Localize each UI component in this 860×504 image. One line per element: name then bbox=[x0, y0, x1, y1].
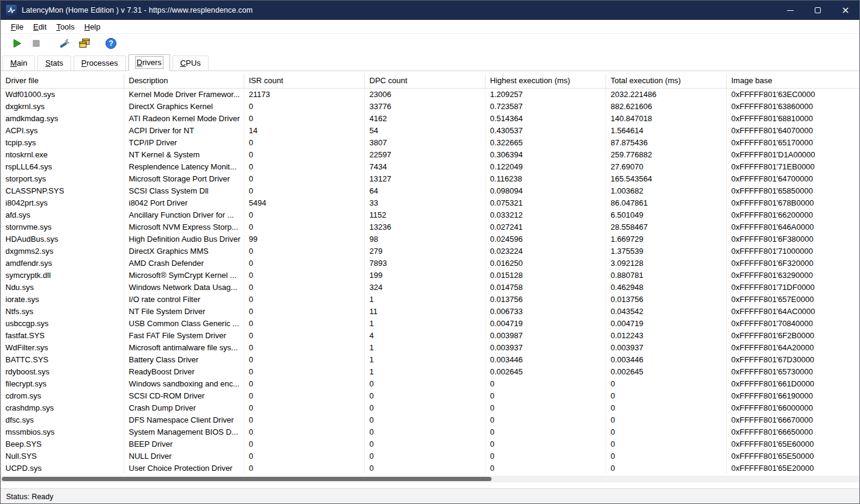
cell: 0 bbox=[364, 377, 485, 389]
cell: AMD Crash Defender bbox=[124, 257, 244, 269]
table-row[interactable]: ntoskrnl.exeNT Kernel & System0225970.30… bbox=[1, 148, 859, 160]
table-row[interactable]: mssmbios.sysSystem Management BIOS D...0… bbox=[1, 426, 859, 438]
cell: 0xFFFFF801'66190000 bbox=[726, 389, 859, 402]
windows-button[interactable] bbox=[75, 36, 93, 52]
table-row[interactable]: afd.sysAncillary Function Driver for ...… bbox=[1, 209, 859, 221]
column-header-dpc-count[interactable]: DPC count bbox=[364, 74, 485, 88]
menu-help[interactable]: Help bbox=[80, 21, 106, 33]
cell: 0.006733 bbox=[485, 305, 605, 317]
cell: 0 bbox=[605, 377, 726, 389]
table-row[interactable]: HDAudBus.sysHigh Definition Audio Bus Dr… bbox=[1, 233, 859, 245]
table-row[interactable]: Wdf01000.sysKernel Mode Driver Framewor.… bbox=[1, 88, 859, 100]
cell: 0 bbox=[244, 293, 364, 305]
tools-options-button[interactable] bbox=[56, 36, 74, 52]
horizontal-scrollbar[interactable] bbox=[1, 476, 859, 482]
table-row[interactable]: storport.sysMicrosoft Storage Port Drive… bbox=[1, 172, 859, 184]
cell: dxgmms2.sys bbox=[1, 245, 124, 257]
cell: High Definition Audio Bus Driver bbox=[124, 233, 244, 245]
table-row[interactable]: symcryptk.dllMicrosoft® SymCrypt Kernel … bbox=[1, 269, 859, 281]
column-header-highest-execution[interactable]: Highest execution (ms) bbox=[485, 74, 605, 88]
cell: 0xFFFFF801'66000000 bbox=[726, 402, 859, 414]
maximize-button[interactable] bbox=[804, 1, 832, 20]
table-row[interactable]: filecrypt.sysWindows sandboxing and enc.… bbox=[1, 377, 859, 389]
start-monitor-button[interactable] bbox=[8, 36, 26, 52]
cell: Null.SYS bbox=[1, 450, 124, 462]
table-row[interactable]: dfsc.sysDFS Namespace Client Driver00000… bbox=[1, 414, 859, 426]
tab-main[interactable]: Main bbox=[2, 55, 35, 71]
table-row[interactable]: usbccgp.sysUSB Common Class Generic ...0… bbox=[1, 317, 859, 329]
table-row[interactable]: dxgmms2.sysDirectX Graphics MMS02790.023… bbox=[1, 245, 859, 257]
table-row[interactable]: BATTC.SYSBattery Class Driver010.0034460… bbox=[1, 353, 859, 365]
help-button[interactable]: ? bbox=[102, 36, 120, 52]
table-row[interactable]: UCPD.sysUser Choice Protection Driver000… bbox=[1, 462, 859, 474]
table-row[interactable]: WdFilter.sysMicrosoft antimalware file s… bbox=[1, 341, 859, 353]
table-row[interactable]: fastfat.SYSFast FAT File System Driver04… bbox=[1, 329, 859, 341]
menu-tools[interactable]: Tools bbox=[51, 21, 79, 33]
close-button[interactable]: × bbox=[832, 1, 859, 20]
cell: DirectX Graphics MMS bbox=[124, 245, 244, 257]
cell: 0xFFFFF801'65E20000 bbox=[726, 462, 859, 474]
window-controls: × bbox=[776, 1, 859, 20]
menu-file[interactable]: File bbox=[6, 21, 28, 33]
table-row[interactable]: Null.SYSNULL Driver00000xFFFFF801'65E500… bbox=[1, 450, 859, 462]
table-row[interactable]: i8042prt.sysi8042 Port Driver5494330.075… bbox=[1, 197, 859, 209]
cell: 2032.221486 bbox=[605, 88, 726, 100]
cell: DFS Namespace Client Driver bbox=[124, 414, 244, 426]
cell: 64 bbox=[364, 184, 485, 197]
table-row[interactable]: crashdmp.sysCrash Dump Driver00000xFFFFF… bbox=[1, 402, 859, 414]
tab-cpus[interactable]: CPUs bbox=[172, 55, 209, 71]
column-header-description[interactable]: Description bbox=[124, 74, 244, 88]
cell: Ndu.sys bbox=[1, 281, 124, 293]
table-row[interactable]: amdkmdag.sysATI Radeon Kernel Mode Drive… bbox=[1, 112, 859, 124]
tab-stats[interactable]: Stats bbox=[37, 55, 71, 71]
bottom-filler bbox=[1, 482, 859, 488]
cell: 0 bbox=[364, 450, 485, 462]
column-header-isr-count[interactable]: ISR count bbox=[244, 74, 364, 88]
cell: Fast FAT File System Driver bbox=[124, 329, 244, 341]
menu-edit[interactable]: Edit bbox=[28, 21, 51, 33]
table-row[interactable]: amdfendr.sysAMD Crash Defender078930.016… bbox=[1, 257, 859, 269]
cell: 0.003987 bbox=[485, 329, 605, 341]
cell: 0 bbox=[244, 172, 364, 184]
stop-monitor-button[interactable] bbox=[27, 36, 45, 52]
table-row[interactable]: rdyboost.sysReadyBoost Driver010.0026450… bbox=[1, 365, 859, 377]
tab-processes[interactable]: Processes bbox=[74, 55, 126, 71]
cell: 0xFFFFF801'68810000 bbox=[726, 112, 859, 124]
hscrollbar-thumb[interactable] bbox=[2, 477, 492, 481]
cell: 0.033212 bbox=[485, 209, 605, 221]
table-row[interactable]: CLASSPNP.SYSSCSI Class System Dll0640.09… bbox=[1, 184, 859, 197]
cell: 882.621606 bbox=[605, 100, 726, 112]
table-row[interactable]: iorate.sysI/O rate control Filter010.013… bbox=[1, 293, 859, 305]
cell: 0xFFFFF801'66670000 bbox=[726, 414, 859, 426]
cell: 27.69070 bbox=[605, 160, 726, 172]
cell: 21173 bbox=[244, 88, 364, 100]
cell: BATTC.SYS bbox=[1, 353, 124, 365]
title-bar: LatencyMon (Home Edition ) v 7.31 - http… bbox=[1, 1, 859, 20]
cell: 0 bbox=[244, 341, 364, 353]
table-row[interactable]: Ndu.sysWindows Network Data Usag...03240… bbox=[1, 281, 859, 293]
cell: 0xFFFFF801'64070000 bbox=[726, 124, 859, 136]
cell: TCP/IP Driver bbox=[124, 136, 244, 148]
table-row[interactable]: Ntfs.sysNT File System Driver0110.006733… bbox=[1, 305, 859, 317]
cell: 4162 bbox=[364, 112, 485, 124]
cell: dfsc.sys bbox=[1, 414, 124, 426]
cell: 0xFFFFF801'678B0000 bbox=[726, 197, 859, 209]
table-row[interactable]: Beep.SYSBEEP Driver00000xFFFFF801'65E600… bbox=[1, 438, 859, 450]
tab-drivers[interactable]: Drivers bbox=[128, 54, 170, 71]
column-header-driver-file[interactable]: Driver file bbox=[1, 74, 124, 88]
cell: 0 bbox=[244, 160, 364, 172]
cell: Ntfs.sys bbox=[1, 305, 124, 317]
wrench-icon bbox=[59, 38, 71, 49]
column-header-image-base[interactable]: Image base bbox=[726, 74, 859, 88]
minimize-button[interactable] bbox=[776, 1, 804, 20]
cell: 0xFFFFF801'67D30000 bbox=[726, 353, 859, 365]
table-row[interactable]: ACPI.sysACPI Driver for NT14540.4305371.… bbox=[1, 124, 859, 136]
table-row[interactable]: tcpip.sysTCP/IP Driver038070.32266587.87… bbox=[1, 136, 859, 148]
table-row[interactable]: stornvme.sysMicrosoft NVM Express Storp.… bbox=[1, 221, 859, 233]
table-row[interactable]: dxgkrnl.sysDirectX Graphics Kernel033776… bbox=[1, 100, 859, 112]
table-row[interactable]: cdrom.sysSCSI CD-ROM Driver00000xFFFFF80… bbox=[1, 389, 859, 402]
column-header-total-execution[interactable]: Total execution (ms) bbox=[605, 74, 726, 88]
window-title: LatencyMon (Home Edition ) v 7.31 - http… bbox=[22, 6, 253, 14]
cell: 0 bbox=[244, 221, 364, 233]
table-row[interactable]: rspLLL64.sysResplendence Latency Monit..… bbox=[1, 160, 859, 172]
